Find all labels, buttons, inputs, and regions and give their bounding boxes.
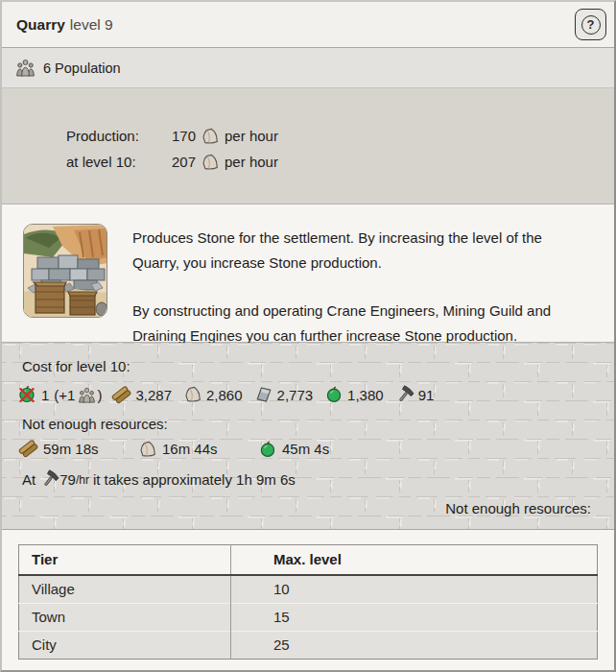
- stone-icon: [201, 154, 219, 171]
- build-time-prefix: At: [22, 471, 36, 488]
- food-unavailable-icon: [17, 385, 36, 404]
- tier-table-header-row: Tier Max. level: [19, 545, 598, 576]
- tools-rate-unit: /hr: [76, 471, 89, 487]
- production-unit: per hour: [225, 128, 278, 144]
- stone-wait-value: 16m 44s: [162, 441, 218, 457]
- tools-cost-value: 91: [418, 387, 435, 403]
- tools-icon: [396, 386, 414, 403]
- production-current-row: Production: 170 per hour: [66, 123, 614, 149]
- production-next-row: at level 10: 207 per hour: [66, 149, 614, 175]
- food-wait-time: 45m 4s: [259, 440, 377, 458]
- tier-cell: Village: [19, 575, 231, 604]
- wood-icon: [112, 386, 130, 404]
- build-time-text: it takes approximately 1h 9m 6s: [93, 471, 296, 488]
- tier-cell: City: [19, 632, 231, 660]
- building-name: Quarry: [16, 16, 65, 33]
- wait-times-row: 59m 18s 16m 44s: [17, 440, 593, 458]
- description-paragraph-1: Produces Stone for the settlement. By in…: [132, 226, 583, 276]
- cost-section: Cost for level 10: 1 (+1: [2, 343, 614, 530]
- population-bar: 6 Population: [2, 48, 614, 88]
- stone-cost: 2,860: [184, 386, 243, 403]
- iron-cost-value: 2,773: [277, 387, 314, 403]
- tier-table: Tier Max. level Village 10 Town 15 City …: [18, 544, 598, 660]
- tools-cost: 91: [396, 386, 435, 403]
- population-icon: [15, 59, 36, 77]
- population-icon: [78, 387, 96, 403]
- description-section: Produces Stone for the settlement. By in…: [2, 204, 614, 343]
- next-level-value: 207: [172, 154, 196, 170]
- panel-header: Quarrylevel 9 ?: [2, 2, 614, 48]
- building-panel: Quarrylevel 9 ? 6 Population Production:…: [0, 0, 616, 672]
- production-value: 170: [172, 128, 196, 144]
- cost-row: 1 (+1 ): [17, 385, 593, 404]
- population-value: 6 Population: [43, 60, 121, 76]
- building-level: level 9: [70, 16, 113, 33]
- description-paragraph-2: By constructing and operating Crane Engi…: [132, 299, 583, 348]
- table-row: Town 15: [19, 604, 598, 632]
- not-enough-resources-right: Not enough resources:: [17, 500, 593, 516]
- iron-cost: 2,773: [255, 386, 314, 403]
- max-level-cell: 10: [231, 575, 598, 604]
- population-cost-close: ): [97, 387, 102, 403]
- description-text: Produces Stone for the settlement. By in…: [132, 224, 583, 342]
- wood-wait-time: 59m 18s: [19, 440, 137, 458]
- max-level-column-header: Max. level: [231, 545, 598, 576]
- wood-cost-value: 3,287: [135, 387, 172, 403]
- wood-wait-value: 59m 18s: [43, 441, 99, 457]
- page-title: Quarrylevel 9: [16, 16, 113, 34]
- tier-section: Tier Max. level Village 10 Town 15 City …: [2, 530, 614, 670]
- tier-cell: Town: [19, 604, 231, 632]
- max-level-cell: 25: [231, 632, 598, 660]
- build-time-line: At 79 /hr it takes approximately 1h 9m 6…: [22, 470, 593, 488]
- stone-icon: [201, 128, 219, 145]
- production-section: Production: 170 per hour at level 10: 20…: [2, 88, 614, 204]
- tools-icon: [41, 470, 59, 488]
- stone-cost-value: 2,860: [206, 387, 243, 403]
- wood-cost: 3,287: [112, 386, 172, 404]
- table-row: Village 10: [19, 575, 598, 604]
- wood-icon: [19, 440, 37, 458]
- tier-column-header: Tier: [19, 545, 231, 576]
- population-cost-value: 1: [41, 387, 49, 403]
- food-cost-value: 1,380: [347, 387, 384, 403]
- cost-content: Cost for level 10: 1 (+1: [2, 343, 614, 516]
- cost-title: Cost for level 10:: [22, 358, 593, 374]
- help-button[interactable]: ?: [575, 9, 606, 40]
- stone-icon: [139, 441, 156, 458]
- not-enough-resources-label: Not enough resources:: [22, 416, 593, 432]
- question-mark-icon: ?: [581, 15, 601, 35]
- stone-wait-time: 16m 44s: [139, 440, 257, 458]
- table-row: City 25: [19, 632, 598, 660]
- population-cost: 1 (+1 ): [17, 385, 102, 404]
- food-icon: [259, 441, 276, 458]
- next-level-label: at level 10:: [66, 154, 172, 170]
- production-label: Production:: [66, 128, 172, 144]
- next-level-unit: per hour: [225, 154, 278, 170]
- max-level-cell: 15: [231, 604, 598, 632]
- food-icon: [325, 386, 343, 403]
- food-wait-value: 45m 4s: [282, 441, 329, 457]
- quarry-image: [23, 224, 107, 318]
- tools-rate-value: 79: [59, 471, 76, 488]
- food-cost: 1,380: [325, 386, 384, 403]
- iron-icon: [255, 386, 272, 403]
- stone-icon: [184, 386, 201, 403]
- population-cost-plus: (+1: [54, 387, 75, 403]
